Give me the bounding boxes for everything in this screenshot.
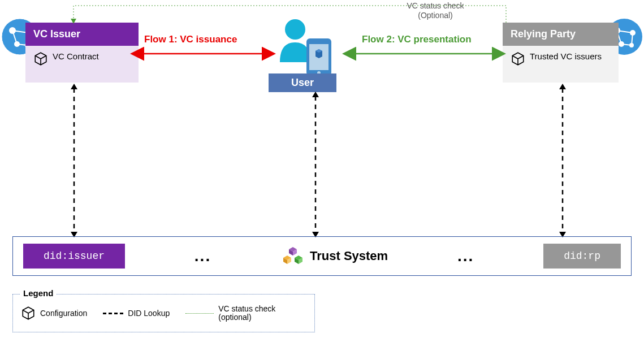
vc-issuer-box: VC Issuer VC Contract bbox=[25, 23, 139, 83]
cubes-icon bbox=[280, 244, 305, 269]
legend-config: Configuration bbox=[21, 306, 87, 321]
legend-did-lookup: DID Lookup bbox=[103, 309, 170, 318]
trust-system-box: did:issuer ... Trust System ... did:rp bbox=[12, 236, 632, 276]
dashed-arrow-issuer bbox=[68, 84, 80, 237]
user-box: User bbox=[269, 73, 336, 92]
flow2-arrow bbox=[339, 48, 509, 59]
flow2-label: Flow 2: VC presentation bbox=[362, 34, 472, 45]
dots: ... bbox=[457, 247, 474, 265]
cube-icon bbox=[511, 51, 525, 66]
did-issuer-pill: did:issuer bbox=[23, 244, 125, 269]
legend-title: Legend bbox=[20, 288, 57, 298]
vc-contract-label: VC Contract bbox=[53, 51, 99, 61]
cube-icon bbox=[33, 51, 48, 66]
dashed-arrow-rp bbox=[557, 84, 568, 237]
relying-party-title: Relying Party bbox=[503, 23, 619, 46]
user-label: User bbox=[269, 73, 336, 92]
cube-icon bbox=[21, 306, 36, 321]
dashed-arrow-user bbox=[310, 92, 321, 237]
relying-party-box: Relying Party Trusted VC issuers bbox=[503, 23, 619, 83]
legend-box: Legend Configuration DID Lookup VC statu… bbox=[12, 294, 315, 332]
flow1-arrow bbox=[127, 48, 279, 59]
flow1-label: Flow 1: VC issuance bbox=[144, 34, 237, 45]
trusted-issuers-label: Trusted VC issuers bbox=[530, 51, 602, 61]
trust-system-label: Trust System bbox=[280, 244, 388, 269]
did-rp-pill: did:rp bbox=[543, 244, 621, 269]
status-check-line bbox=[71, 0, 512, 28]
dots: ... bbox=[195, 247, 211, 265]
legend-status-check: VC status check (optional) bbox=[185, 305, 275, 322]
